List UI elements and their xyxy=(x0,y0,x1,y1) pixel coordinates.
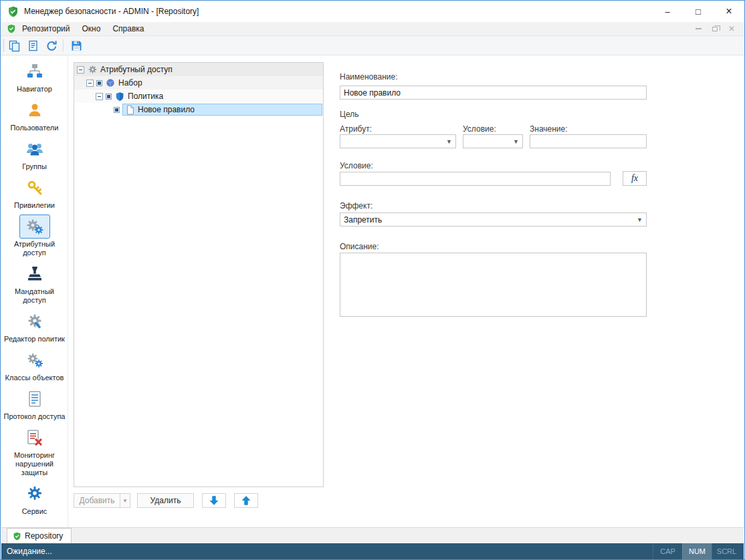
close-button[interactable]: × xyxy=(714,1,744,22)
menu-bar: Репозиторий Окно Справка ✕ xyxy=(1,22,744,36)
sidebar-item-object-classes[interactable]: Классы объектов xyxy=(1,348,68,382)
open-document-icon xyxy=(27,39,39,52)
sidebar-item-mandatory-access[interactable]: Мандатный доступ xyxy=(1,262,68,305)
refresh-button[interactable] xyxy=(43,37,60,53)
move-down-button[interactable] xyxy=(202,493,226,508)
tab-label: Repository xyxy=(25,531,63,541)
tree-node-set[interactable]: Набор xyxy=(74,76,323,90)
sidebar-item-label: Мандатный доступ xyxy=(1,287,68,305)
description-textarea[interactable] xyxy=(340,253,647,317)
navigator-icon xyxy=(19,59,50,84)
toolbar-grip xyxy=(3,39,4,51)
sidebar: Навигатор Пользователи Группы Привилегии xyxy=(1,55,68,527)
app-shield-icon xyxy=(7,6,19,17)
mdi-minimize-icon[interactable] xyxy=(696,28,702,29)
collapse-icon[interactable] xyxy=(77,66,84,74)
document-node-icon xyxy=(124,104,135,115)
sidebar-item-policy-editor[interactable]: Редактор политик xyxy=(1,309,68,343)
mdi-close-icon[interactable]: ✕ xyxy=(728,25,735,32)
tree-node-attribute-access[interactable]: Атрибутный доступ xyxy=(74,63,323,76)
sidebar-item-violation-monitor[interactable]: Мониторинг нарушений защиты xyxy=(1,426,68,477)
policy-editor-icon xyxy=(19,309,50,333)
gears-node-icon xyxy=(87,64,98,75)
title-bar: Менеджер безопасности - ADMIN - [Reposit… xyxy=(1,1,744,22)
status-bar: Ожидание... CAP NUM SCRL xyxy=(1,543,744,559)
sidebar-item-label: Редактор политик xyxy=(1,335,68,343)
new-document-icon xyxy=(8,39,21,52)
scroll-lock-indicator: SCRL xyxy=(712,543,741,559)
value-label: Значение: xyxy=(530,124,568,134)
menu-window[interactable]: Окно xyxy=(76,23,107,35)
attr-condition-label: Условие: xyxy=(463,124,496,134)
node-state-checkbox[interactable] xyxy=(106,94,112,100)
menu-shield-icon xyxy=(7,24,16,33)
sidebar-item-access-log[interactable]: Протокол доступа xyxy=(1,387,68,421)
effect-label: Эффект: xyxy=(340,201,372,211)
sidebar-item-label: Классы объектов xyxy=(1,374,68,382)
rules-tree: Атрибутный доступ Набор Поли xyxy=(74,62,324,487)
attribute-combo[interactable]: ▼ xyxy=(340,134,456,148)
tree-node-label: Набор xyxy=(118,78,142,88)
tab-shield-icon xyxy=(13,532,21,541)
menu-repository[interactable]: Репозиторий xyxy=(16,23,76,35)
minimize-button[interactable]: – xyxy=(652,1,683,22)
sidebar-item-navigator[interactable]: Навигатор xyxy=(1,59,68,94)
toolbar xyxy=(1,36,744,55)
tree-node-new-rule[interactable]: Новое правило xyxy=(74,103,323,116)
collapse-icon[interactable] xyxy=(86,80,94,87)
num-lock-indicator: NUM xyxy=(682,543,712,559)
selected-node-region[interactable]: Новое правило xyxy=(122,104,322,116)
description-label: Описание: xyxy=(340,242,379,251)
tree-node-policy[interactable]: Политика xyxy=(74,90,323,103)
sidebar-item-label: Пользователи xyxy=(1,124,68,132)
condition-input[interactable] xyxy=(340,172,611,186)
formula-editor-button[interactable]: fx xyxy=(623,171,647,186)
service-gear-icon xyxy=(19,482,50,506)
open-document-button[interactable] xyxy=(24,37,41,53)
save-button[interactable] xyxy=(68,37,85,53)
sidebar-item-attribute-access[interactable]: Атрибутный доступ xyxy=(1,215,68,257)
name-label: Наименование: xyxy=(340,72,398,82)
window-title: Менеджер безопасности - ADMIN - [Reposit… xyxy=(24,7,199,16)
save-icon xyxy=(70,39,83,52)
chevron-down-icon: ▼ xyxy=(637,217,643,223)
effect-combo-value: Запретить xyxy=(344,215,382,225)
toolbar-separator xyxy=(63,39,64,51)
document-tabstrip: Repository xyxy=(1,527,744,543)
node-state-checkbox[interactable] xyxy=(114,107,120,113)
maximize-button[interactable]: □ xyxy=(683,1,714,22)
app-window: Менеджер безопасности - ADMIN - [Reposit… xyxy=(0,0,745,560)
caps-lock-indicator: CAP xyxy=(653,543,682,559)
value-input[interactable] xyxy=(530,134,647,148)
collapse-icon[interactable] xyxy=(96,93,103,100)
shield-node-icon xyxy=(114,91,125,102)
violation-monitor-icon xyxy=(19,426,50,450)
set-node-icon xyxy=(105,78,116,88)
tree-actions: Добавить ▾ Удалить xyxy=(74,493,258,508)
fx-icon: fx xyxy=(631,173,638,184)
new-document-button[interactable] xyxy=(5,37,23,53)
sidebar-item-privileges[interactable]: Привилегии xyxy=(1,176,68,210)
sidebar-item-service[interactable]: Сервис xyxy=(1,482,68,516)
node-state-checkbox[interactable] xyxy=(96,80,102,86)
chevron-down-icon: ▼ xyxy=(446,138,452,145)
sidebar-item-label: Сервис xyxy=(1,507,68,516)
effect-combo[interactable]: Запретить ▼ xyxy=(340,213,647,227)
refresh-icon xyxy=(45,39,58,52)
delete-button[interactable]: Удалить xyxy=(137,493,194,508)
main-panel: Атрибутный доступ Набор Поли xyxy=(68,55,744,527)
add-dropdown-arrow[interactable]: ▾ xyxy=(120,493,130,508)
attr-condition-combo[interactable]: ▼ xyxy=(463,134,523,148)
mdi-restore-icon[interactable] xyxy=(712,27,718,31)
name-input[interactable] xyxy=(340,86,647,100)
keyboard-state-indicators: CAP NUM SCRL xyxy=(653,543,741,559)
target-label: Цель xyxy=(340,110,358,119)
sidebar-item-users[interactable]: Пользователи xyxy=(1,98,68,132)
attribute-access-icon xyxy=(19,215,50,239)
move-up-button[interactable] xyxy=(234,493,258,508)
sidebar-item-label: Группы xyxy=(1,162,68,171)
sidebar-item-groups[interactable]: Группы xyxy=(1,137,68,171)
tab-repository[interactable]: Repository xyxy=(7,528,72,543)
menu-help[interactable]: Справка xyxy=(106,23,150,35)
add-button[interactable]: Добавить xyxy=(74,493,120,508)
